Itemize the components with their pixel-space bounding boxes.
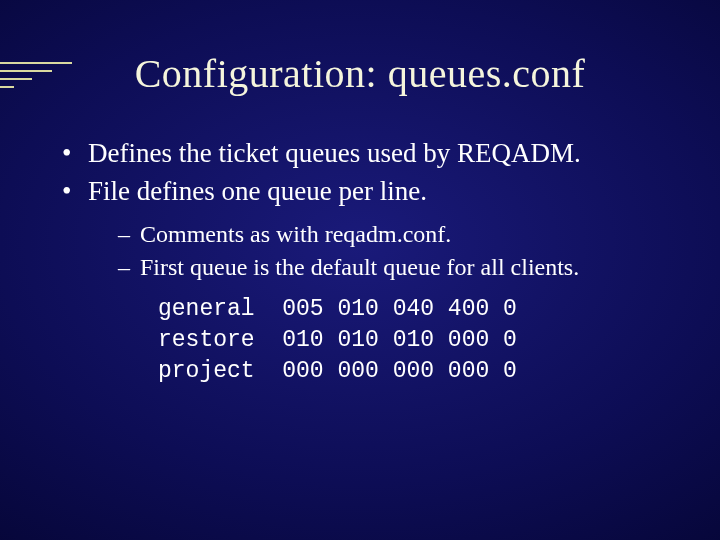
slide-title: Configuration: queues.conf xyxy=(50,50,670,97)
code-line: project 000 000 000 000 0 xyxy=(158,358,517,384)
sub-bullet-text: Comments as with reqadm.conf. xyxy=(140,221,451,247)
code-line: general 005 010 040 400 0 xyxy=(158,296,517,322)
sub-bullet-item: First queue is the default queue for all… xyxy=(118,251,670,283)
bullet-text: File defines one queue per line. xyxy=(88,176,427,206)
sub-bullet-text: First queue is the default queue for all… xyxy=(140,254,579,280)
slide: Configuration: queues.conf Defines the t… xyxy=(0,0,720,540)
sub-bullet-item: Comments as with reqadm.conf. xyxy=(118,218,670,250)
bullet-item: Defines the ticket queues used by REQADM… xyxy=(62,135,670,171)
bullet-text: Defines the ticket queues used by REQADM… xyxy=(88,138,581,168)
sub-bullet-list: Comments as with reqadm.conf. First queu… xyxy=(118,218,670,284)
code-block: general 005 010 040 400 0 restore 010 01… xyxy=(158,294,670,387)
bullet-item: File defines one queue per line. Comment… xyxy=(62,173,670,386)
code-line: restore 010 010 010 000 0 xyxy=(158,327,517,353)
bullet-list: Defines the ticket queues used by REQADM… xyxy=(62,135,670,387)
